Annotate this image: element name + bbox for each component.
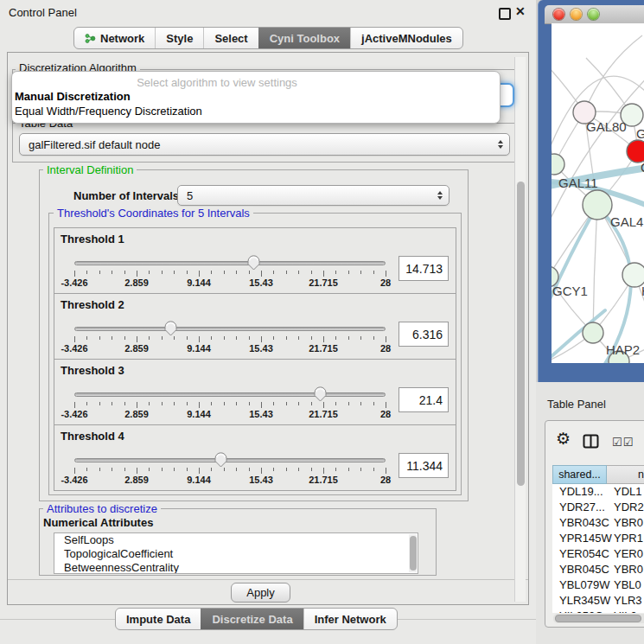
attribute-item-betweennesscentrality[interactable]: BetweennessCentrality [54, 561, 418, 574]
tick-mark [99, 402, 100, 405]
column-header-shared-name[interactable]: shared... [552, 465, 607, 484]
tick-mark [174, 402, 175, 405]
network-node[interactable] [583, 322, 603, 343]
network-node[interactable] [552, 154, 564, 175]
tick-mark [112, 336, 112, 340]
float-window-icon[interactable] [499, 8, 511, 20]
tab-infer-network[interactable]: Infer Network [303, 609, 397, 629]
threshold-value-input[interactable] [399, 256, 449, 281]
column-layout-icon[interactable] [583, 434, 599, 449]
combobox-stepper-icon[interactable] [498, 140, 503, 149]
table-data-combobox[interactable]: galFiltered.sif default node [19, 133, 510, 156]
minimize-traffic-light-icon[interactable] [571, 9, 582, 20]
network-window-titlebar[interactable] [545, 5, 644, 24]
list-scrollbar[interactable] [409, 534, 417, 572]
tick-mark [360, 402, 361, 405]
scrollbar-thumb[interactable] [517, 182, 525, 486]
tab-label: Network [100, 32, 144, 45]
apply-button[interactable]: Apply [231, 583, 290, 603]
network-edge-thick [552, 210, 595, 319]
cell-name: YER0 [614, 546, 643, 562]
tick-mark [286, 336, 287, 340]
tick-mark [187, 402, 188, 405]
table-row[interactable]: YBR043CYBR0 [552, 515, 644, 531]
tick-mark [323, 336, 324, 342]
table-row[interactable]: YPR145WYPR1 [552, 531, 644, 546]
threshold-value-input[interactable] [399, 453, 449, 478]
horizontal-scrollbar[interactable] [553, 614, 644, 623]
table-row[interactable]: YIL052CYIL0 [552, 609, 644, 613]
tab-cyni-toolbox[interactable]: Cyni Toolbox [258, 28, 350, 48]
tab-discretize-data[interactable]: Discretize Data [201, 609, 303, 629]
tick-mark [261, 336, 262, 342]
tick-mark [162, 271, 163, 274]
threshold-slider[interactable]: -3.4262.8599.14415.4321.71528 [74, 254, 386, 290]
slider-thumb[interactable] [313, 386, 328, 402]
combobox-stepper-icon[interactable] [437, 191, 443, 200]
scrollbar-thumb[interactable] [555, 615, 641, 622]
tick-label: 2.859 [124, 343, 149, 354]
tab-network[interactable]: Network [74, 28, 155, 48]
cell-name: YDR2 [614, 500, 644, 515]
tick-mark [373, 402, 374, 405]
tick-mark [373, 336, 374, 340]
slider-thumb[interactable] [214, 451, 228, 468]
dropdown-option-manual-discretization[interactable]: Manual Discretization [15, 90, 131, 103]
tick-mark [86, 336, 87, 340]
table-row[interactable]: YDR27...YDR2 [552, 500, 644, 515]
number-of-intervals-label: Number of Intervals [73, 189, 179, 202]
table-row[interactable]: YLR345WYLR3 [552, 593, 644, 609]
checkbox-icons[interactable]: ☑☑ [612, 436, 634, 449]
cell-name: YLR3 [614, 593, 642, 609]
threshold-slider[interactable]: -3.4262.8599.14415.4321.71528 [74, 320, 386, 356]
threshold-value-input[interactable] [399, 322, 449, 347]
attribute-item-topologicalcoefficient[interactable]: TopologicalCoefficient [54, 547, 418, 561]
tab-impute-data[interactable]: Impute Data [116, 609, 201, 629]
thresholds-group-title: Threshold's Coordinates for 5 Intervals [54, 207, 253, 220]
panel-title: Control Panel [9, 6, 77, 19]
tick-mark [386, 271, 386, 277]
tick-label: -3.426 [61, 409, 87, 419]
tab-jactivemnodules[interactable]: jActiveMNodules [350, 28, 462, 48]
slider-thumb[interactable] [163, 320, 178, 336]
network-node[interactable] [583, 190, 612, 220]
slider-thumb[interactable] [246, 254, 261, 271]
column-header-label: na [638, 466, 644, 483]
tick-mark [298, 468, 299, 471]
tab-label: jActiveMNodules [361, 32, 452, 45]
node-label: GA [636, 126, 644, 141]
vertical-scrollbar[interactable] [514, 57, 526, 602]
numerical-attributes-list[interactable]: SelfLoopsTopologicalCoefficientBetweenne… [54, 532, 418, 574]
tab-style[interactable]: Style [155, 28, 203, 48]
tick-mark [112, 468, 112, 471]
gear-icon[interactable]: ⚙ [556, 430, 571, 447]
tick-mark [211, 468, 212, 471]
table-row[interactable]: YBR045CYBR0 [552, 562, 644, 577]
node-label: GCY1 [552, 284, 588, 298]
tick-mark [298, 402, 299, 405]
tick-mark [386, 402, 386, 408]
number-of-intervals-combobox[interactable]: 5 [177, 185, 450, 206]
tick-mark [273, 336, 274, 340]
dropdown-option-equal-width-frequency[interactable]: Equal Width/Frequency Discretization [15, 105, 202, 118]
close-icon[interactable]: ✕ [515, 4, 526, 18]
tick-mark [261, 271, 262, 277]
tab-select[interactable]: Select [203, 28, 258, 48]
threshold-label: Threshold 2 [61, 298, 124, 311]
table-row[interactable]: YER054CYER0 [552, 546, 644, 562]
tick-mark [360, 468, 361, 471]
zoom-traffic-light-icon[interactable] [588, 9, 599, 20]
table-row[interactable]: YBL079WYBL0 [552, 577, 644, 593]
cell-shared-name: YIL052C [559, 609, 603, 613]
close-traffic-light-icon[interactable] [553, 9, 564, 20]
threshold-slider[interactable]: -3.4262.8599.14415.4321.71528 [74, 451, 386, 488]
attribute-item-selfloops[interactable]: SelfLoops [54, 533, 418, 547]
tick-mark [137, 271, 137, 277]
tab-label: Cyni Toolbox [270, 32, 340, 45]
threshold-slider[interactable]: -3.4262.8599.14415.4321.71528 [74, 386, 386, 422]
column-header-name[interactable]: na [607, 465, 644, 484]
threshold-value-input[interactable] [399, 387, 449, 412]
scrollbar-thumb[interactable] [410, 536, 417, 571]
table-row[interactable]: YDL19...YDL1 [552, 484, 644, 500]
network-canvas[interactable]: GAL80GACGAL11GAL4GCY1HHAP2 [552, 23, 644, 363]
